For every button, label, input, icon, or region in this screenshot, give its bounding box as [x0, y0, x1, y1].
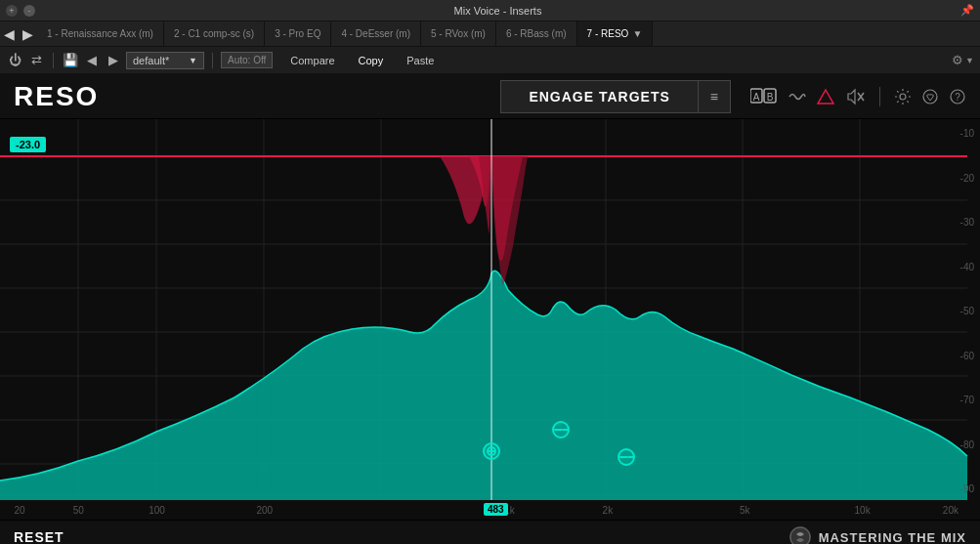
- reset-button[interactable]: RESET: [14, 529, 64, 544]
- forward-icon[interactable]: ▶: [105, 52, 122, 69]
- db-tick-30: -30: [960, 217, 974, 228]
- title-bar: + - Mix Voice - Inserts 📌: [0, 0, 980, 21]
- ctrl-pt-inner-1: [487, 446, 496, 456]
- header-separator: [879, 87, 880, 106]
- eq-display: -23.0 -10 -20 -30 -40 -50 -60 -70 -80 -9…: [0, 119, 980, 520]
- back-icon[interactable]: ◀: [83, 52, 101, 69]
- control-point-2[interactable]: [552, 421, 570, 439]
- compare-button[interactable]: Compare: [280, 53, 344, 68]
- mute-icon[interactable]: [844, 88, 866, 105]
- tab-left-arrow[interactable]: ◀: [0, 26, 19, 42]
- copy-button[interactable]: Copy: [349, 53, 394, 68]
- db-tick-40: -40: [960, 262, 974, 272]
- tab-5[interactable]: 5 - RVox (m): [421, 21, 496, 46]
- svg-text:?: ?: [955, 92, 960, 103]
- tab-6[interactable]: 6 - RBass (m): [496, 21, 577, 46]
- gear-arrow: ▼: [965, 56, 974, 65]
- header-icons: A B: [750, 87, 966, 106]
- pin-icon[interactable]: 📌: [960, 4, 974, 17]
- freq-100: 100: [149, 505, 165, 516]
- toolbar: ⏻ ⇄ 💾 ◀ ▶ default* ▼ Auto: Off Compare C…: [0, 47, 980, 74]
- power-icon[interactable]: ⏻: [6, 52, 23, 69]
- gear-icon: ⚙: [952, 53, 963, 67]
- plugin-name: RESO: [14, 81, 99, 112]
- gear-icon-header[interactable]: [894, 88, 912, 105]
- db-scale: -10 -20 -30 -40 -50 -60 -70 -80 -90: [960, 124, 974, 498]
- tab-7[interactable]: 7 - RESO ▼: [577, 21, 654, 46]
- tab-7-label: 7 - RESO: [587, 28, 629, 39]
- freq-5k: 5k: [740, 505, 750, 516]
- svg-marker-4: [818, 90, 833, 104]
- tab-2[interactable]: 2 - C1 comp-sc (s): [164, 21, 265, 46]
- min-button[interactable]: -: [23, 5, 35, 17]
- freq-20: 20: [14, 505, 24, 516]
- svg-text:A: A: [753, 92, 760, 103]
- window-title: Mix Voice - Inserts: [41, 5, 955, 17]
- svg-text:B: B: [767, 92, 774, 103]
- freq-50: 50: [73, 505, 84, 516]
- db-tick-90: -90: [960, 483, 974, 494]
- question-icon[interactable]: ?: [949, 88, 966, 105]
- brand-name: MASTERING THE MIX: [819, 530, 966, 545]
- db-value-label[interactable]: -23.0: [10, 137, 46, 152]
- tab-bar: ◀ ▶ 1 - Renaissance Axx (m) 2 - C1 comp-…: [0, 21, 980, 47]
- control-point-1[interactable]: [483, 442, 500, 460]
- tab-3[interactable]: 3 - Pro EQ: [265, 21, 331, 46]
- brand-icon: [789, 526, 811, 544]
- frequency-axis: 20 50 100 200 1k 2k 5k 10k 20k 483: [0, 500, 980, 520]
- preset-label: default*: [133, 55, 169, 66]
- tab-1[interactable]: 1 - Renaissance Axx (m): [37, 21, 164, 46]
- preset-arrow: ▼: [189, 56, 197, 65]
- arrows-icon[interactable]: ⇄: [27, 52, 45, 69]
- plugin-header: RESO ENGAGE TARGETS ≡ A B: [0, 74, 980, 119]
- svg-point-8: [923, 90, 937, 104]
- control-point-3[interactable]: [618, 448, 635, 466]
- hamburger-button[interactable]: ≡: [698, 80, 731, 113]
- save-icon[interactable]: 💾: [62, 52, 79, 69]
- paste-button[interactable]: Paste: [397, 53, 444, 68]
- auto-off-button[interactable]: Auto: Off: [221, 52, 273, 68]
- heart-icon[interactable]: [921, 88, 939, 105]
- engage-button-group: ENGAGE TARGETS ≡: [500, 80, 731, 113]
- tab-7-dropdown[interactable]: ▼: [632, 28, 642, 39]
- tab-right-arrow[interactable]: ▶: [19, 26, 37, 42]
- toolbar-separator-2: [212, 53, 213, 68]
- footer: RESET MASTERING THE MIX: [0, 520, 980, 544]
- freq-value: 483: [488, 504, 504, 515]
- waveform-icon[interactable]: [788, 88, 807, 105]
- triangle-icon[interactable]: [817, 88, 834, 105]
- freq-2k: 2k: [603, 505, 614, 516]
- freq-10k: 10k: [855, 505, 871, 516]
- toolbar-separator-1: [53, 53, 54, 68]
- freq-cursor-label: 483: [484, 503, 508, 516]
- settings-gear[interactable]: ⚙ ▼: [952, 53, 974, 67]
- brand: MASTERING THE MIX: [789, 526, 966, 544]
- engage-targets-button[interactable]: ENGAGE TARGETS: [500, 80, 697, 113]
- freq-200: 200: [256, 505, 273, 516]
- freq-20k: 20k: [943, 505, 959, 516]
- svg-point-7: [900, 94, 906, 100]
- tab-4[interactable]: 4 - DeEsser (m): [331, 21, 421, 46]
- db-tick-20: -20: [960, 173, 974, 184]
- ab-icon[interactable]: A B: [750, 88, 778, 105]
- add-button[interactable]: +: [6, 5, 18, 17]
- db-tick-10: -10: [960, 128, 974, 139]
- db-tick-60: -60: [960, 351, 974, 361]
- db-tick-70: -70: [960, 395, 974, 405]
- preset-dropdown[interactable]: default* ▼: [126, 52, 204, 69]
- db-tick-50: -50: [960, 306, 974, 316]
- db-tick-80: -80: [960, 439, 974, 450]
